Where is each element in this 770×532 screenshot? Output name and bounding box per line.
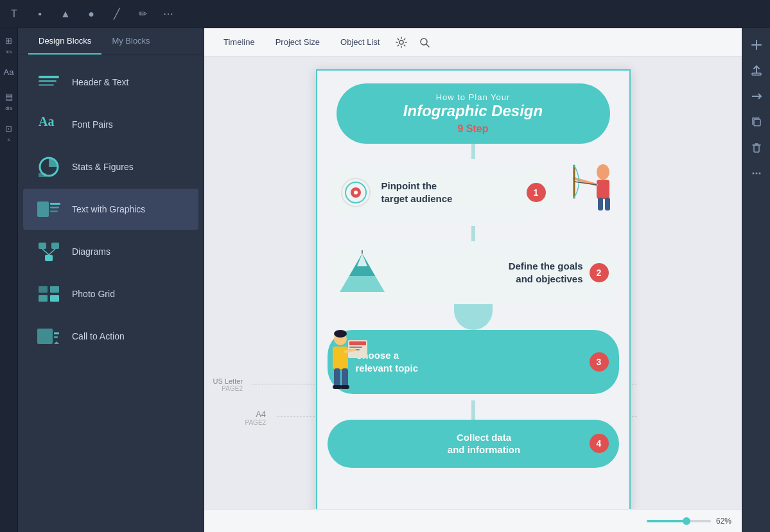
header-title: Infographic Design [352, 102, 595, 121]
sidebar-item-stats[interactable]: Stats & Figures [23, 146, 198, 187]
step-3-text-area: Choose arelevant topic [356, 349, 583, 374]
search-canvas-btn[interactable] [414, 32, 435, 53]
svg-rect-61 [754, 145, 759, 152]
svg-rect-60 [754, 119, 760, 126]
tab-my-blocks[interactable]: My Blocks [101, 28, 160, 55]
svg-rect-7 [50, 203, 60, 205]
us-letter-sublabel: PAGE2 [213, 385, 243, 392]
svg-rect-5 [39, 173, 46, 177]
sidebar-item-text-graphics[interactable]: Text with Graphics [23, 189, 198, 230]
svg-line-25 [426, 44, 429, 47]
media-rail-icon[interactable]: ▤ [2, 90, 16, 104]
svg-rect-48 [349, 347, 362, 348]
exchange-btn[interactable] [745, 85, 768, 108]
infographic-canvas: How to Plan Your Infographic Design 9 St… [316, 69, 631, 532]
step-1-text: Pinpoint thetarget audience [381, 180, 520, 205]
sidebar-item-font-pairs[interactable]: Aa Font Pairs [23, 104, 198, 145]
step-3-area: Choose arelevant topic 3 [328, 330, 619, 394]
svg-rect-57 [752, 73, 761, 75]
step-1-area: Pinpoint thetarget audience 1 [328, 159, 619, 226]
svg-rect-11 [51, 243, 59, 249]
more-options-btn[interactable] [745, 162, 768, 185]
photo-grid-label: Photo Grid [72, 289, 115, 299]
more-tools-icon[interactable]: ⋯ [159, 5, 177, 23]
canvas-topbar: Timeline Project Size Object List [204, 28, 742, 56]
cta-label: Call to Action [72, 331, 125, 341]
sidebar-item-diagrams[interactable]: Diagrams [23, 231, 198, 272]
sidebar-item-header-text[interactable]: Header & Text [23, 62, 198, 103]
font-pairs-icon: Aa [36, 112, 62, 137]
graphics-rail-icon[interactable]: ⊞ [2, 33, 16, 47]
graphics-rail-label: ics [6, 49, 12, 55]
svg-rect-20 [54, 332, 59, 334]
rect-tool-icon[interactable]: ▪ [31, 5, 49, 23]
text-graphics-label: Text with Graphics [72, 204, 145, 214]
add-btn[interactable] [745, 33, 768, 56]
font-pairs-label: Font Pairs [72, 119, 113, 130]
a4-label: A4 [245, 409, 267, 419]
layers-rail-label: s [8, 137, 10, 143]
tab-design-blocks[interactable]: Design Blocks [28, 28, 101, 55]
svg-rect-31 [597, 180, 609, 199]
header-text-icon [36, 69, 62, 95]
canvas-area: Timeline Project Size Object List [204, 28, 742, 532]
step-4-text-area: Collect dataand information [385, 431, 583, 456]
svg-point-66 [758, 173, 760, 175]
svg-point-30 [597, 164, 609, 180]
font-rail-icon[interactable]: Aa [2, 65, 16, 80]
media-rail-label: dia [5, 105, 12, 112]
svg-line-14 [49, 249, 55, 255]
svg-rect-54 [340, 385, 349, 389]
step-3-illustration [321, 327, 372, 407]
line-tool-icon[interactable]: ╱ [108, 5, 126, 23]
canvas-scroll[interactable]: US Letter PAGE2 A4 PAGE2 [204, 56, 742, 532]
step-4-number: 4 [590, 434, 609, 453]
diagrams-label: Diagrams [72, 246, 110, 257]
step-4-text: Collect dataand information [385, 431, 583, 456]
sidebar-item-photo-grid[interactable]: Photo Grid [23, 273, 198, 314]
trash-btn[interactable] [745, 136, 768, 159]
svg-rect-15 [39, 286, 48, 293]
resize-handle-top[interactable] [467, 69, 480, 71]
connector-3 [454, 304, 493, 330]
zoom-slider-thumb[interactable] [683, 517, 690, 525]
pen-tool-icon[interactable]: ✏ [134, 5, 152, 23]
layers-rail-icon[interactable]: ⊡ [2, 121, 16, 135]
project-size-tab[interactable]: Project Size [267, 33, 329, 51]
infographic-header-bubble: How to Plan Your Infographic Design 9 St… [337, 83, 610, 144]
step-2-area: Define the goalsand objectives 2 [328, 241, 619, 304]
sidebar-item-cta[interactable]: Call to Action [23, 316, 198, 357]
infographic-header-section: How to Plan Your Infographic Design 9 St… [317, 71, 629, 144]
settings-icon-btn[interactable] [391, 32, 412, 53]
svg-rect-47 [349, 341, 366, 345]
step-1-bubble: Pinpoint thetarget audience 1 [328, 164, 556, 221]
upload-btn[interactable] [745, 59, 768, 82]
header-steps: 9 Step [352, 123, 595, 135]
diagrams-icon [36, 239, 62, 264]
timeline-tab[interactable]: Timeline [214, 33, 264, 51]
object-list-tab[interactable]: Object List [331, 33, 389, 51]
step-1-illustration [561, 159, 619, 226]
zoom-label: 62% [716, 517, 731, 526]
copy-btn[interactable] [745, 110, 768, 133]
sidebar-items-list: Header & Text Aa Font Pairs [18, 55, 204, 532]
text-tool-icon[interactable]: T [5, 5, 23, 23]
svg-rect-36 [598, 198, 603, 210]
sidebar: Design Blocks My Blocks Header & Text [18, 28, 204, 532]
svg-point-65 [755, 173, 757, 175]
svg-rect-21 [54, 336, 58, 338]
zoom-slider[interactable] [647, 520, 711, 522]
svg-rect-37 [605, 198, 610, 210]
triangle-tool-icon[interactable]: ▲ [57, 5, 74, 23]
circle-tool-icon[interactable]: ● [82, 5, 100, 23]
svg-rect-9 [50, 210, 58, 212]
svg-rect-19 [37, 329, 53, 344]
svg-rect-17 [39, 295, 48, 302]
us-letter-label: US Letter [213, 377, 243, 385]
svg-line-13 [42, 249, 49, 255]
step-4-bubble: Collect dataand information 4 [328, 420, 619, 468]
step-2-icon [337, 250, 388, 295]
top-toolbar: T ▪ ▲ ● ╱ ✏ ⋯ [0, 0, 770, 28]
header-subtitle: How to Plan Your [352, 92, 595, 102]
step-1-number: 1 [527, 183, 546, 202]
